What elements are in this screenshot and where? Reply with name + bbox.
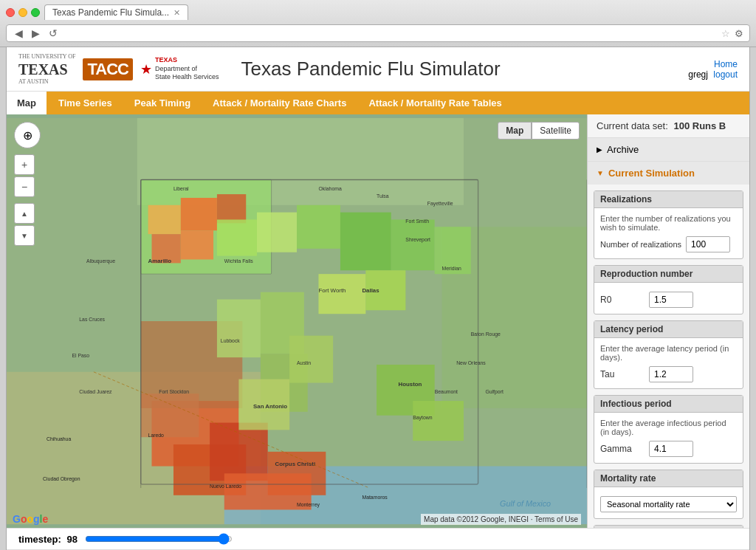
refresh-button[interactable]: ↺ (47, 27, 60, 39)
svg-text:Baton Rouge: Baton Rouge (471, 331, 501, 337)
compass-control[interactable]: ⊕ (14, 122, 41, 148)
settings-icon[interactable]: ⚙ (735, 28, 743, 39)
realizations-field-label: Number of realizations (600, 240, 681, 249)
latency-title: Latency period (594, 321, 743, 338)
current-sim-arrow-icon: ▼ (597, 169, 604, 177)
latency-section: Latency period Enter the average latency… (594, 320, 743, 389)
current-sim-section: ▼ Current Simulation Realizations Enter … (588, 162, 749, 528)
realizations-description: Enter the number of realizations you wis… (600, 214, 737, 232)
svg-text:Fort Smith: Fort Smith (405, 219, 429, 224)
tab-attack-charts[interactable]: Attack / Mortality Rate Charts (202, 92, 357, 114)
infectious-title: Infectious period (594, 396, 743, 413)
latency-body: Enter the average latency period (in day… (594, 338, 743, 388)
infectious-row: Gamma (600, 441, 737, 457)
minimize-button[interactable] (18, 8, 27, 17)
svg-text:Laredo: Laredo (148, 433, 165, 438)
vaccine-title: Vaccine distribution strategy (594, 526, 743, 528)
realizations-row: Number of realizations (600, 236, 737, 252)
realizations-title: Realizations (594, 191, 743, 208)
current-sim-header[interactable]: ▼ Current Simulation (588, 162, 749, 185)
pan-down-button[interactable]: ▼ (14, 225, 35, 246)
close-button[interactable] (6, 8, 15, 17)
reproduction-body: R0 (594, 283, 743, 314)
browser-tab[interactable]: Texas Pandemic Flu Simula... ✕ (44, 4, 188, 20)
timestep-bar: timestep: 98 (7, 528, 749, 549)
current-dataset: Current data set: 100 Runs B (588, 114, 749, 138)
svg-rect-33 (289, 336, 333, 383)
svg-rect-15 (257, 213, 297, 252)
realizations-input[interactable] (686, 236, 730, 252)
maximize-button[interactable] (31, 8, 40, 17)
svg-text:Fort Worth: Fort Worth (318, 287, 346, 294)
tab-map[interactable]: Map (7, 92, 47, 114)
map-svg: Gulf of Mexico (7, 114, 587, 528)
header-links: Home gregj logout (688, 59, 738, 80)
svg-text:Tulsa: Tulsa (377, 193, 389, 199)
svg-rect-35 (413, 401, 464, 441)
username: gregj (688, 69, 708, 80)
tab-time-series[interactable]: Time Series (48, 92, 123, 114)
current-sim-label: Current Simulation (608, 168, 695, 179)
tau-label: Tau (600, 369, 645, 379)
svg-text:El Paso: El Paso (72, 353, 89, 358)
infectious-section: Infectious period Enter the average infe… (594, 395, 743, 464)
r0-input[interactable] (649, 292, 693, 308)
svg-text:Gulfport: Gulfport (485, 389, 503, 395)
svg-text:Matamoros: Matamoros (362, 495, 388, 500)
vaccine-section: Vaccine distribution strategy Pro rata b… (594, 525, 743, 528)
univ-sub: AT AUSTIN (18, 78, 75, 86)
browser-chrome: Texas Pandemic Flu Simula... ✕ ◀ ▶ ↺ ☆ ⚙ (0, 0, 756, 47)
svg-rect-29 (217, 300, 261, 358)
svg-text:Fayetteville: Fayetteville (427, 201, 453, 207)
tacc-logo: TACC (83, 58, 132, 80)
svg-text:Chihuahua: Chihuahua (47, 436, 71, 441)
forward-button[interactable]: ▶ (30, 27, 42, 39)
svg-rect-18 (391, 220, 435, 271)
map-type-map[interactable]: Map (498, 122, 532, 140)
logo-area: THE UNIVERSITY OF TEXAS AT AUSTIN TACC ★… (18, 53, 501, 85)
mortality-body: Seasonal mortality rate Pandemic mortali… (594, 487, 743, 518)
dshs-label: TEXAS Department of State Health Service… (155, 56, 219, 82)
svg-text:Shreveport: Shreveport (405, 237, 430, 243)
svg-text:Beaumont: Beaumont (435, 389, 458, 394)
tab-close-icon[interactable]: ✕ (173, 8, 180, 18)
svg-text:Liberal: Liberal (173, 186, 189, 191)
timestep-slider[interactable] (85, 533, 233, 545)
mortality-select[interactable]: Seasonal mortality rate Pandemic mortali… (600, 496, 737, 512)
zoom-in-button[interactable]: + (14, 154, 35, 175)
sidebar: Current data set: 100 Runs B ▶ Archive ▼… (587, 114, 749, 528)
svg-text:Amarillo: Amarillo (148, 258, 172, 265)
dataset-value: 100 Runs B (673, 120, 726, 131)
svg-text:Monterrey: Monterrey (297, 502, 320, 508)
app-title: Texas Pandemic Flu Simulator (241, 58, 501, 80)
svg-rect-11 (217, 194, 246, 223)
map-attribution: Map data ©2012 Google, INEGI · Terms of … (421, 514, 581, 525)
svg-rect-28 (141, 393, 199, 437)
zoom-out-button[interactable]: − (14, 176, 35, 197)
home-link[interactable]: Home (714, 59, 738, 69)
univ-label: THE UNIVERSITY OF (18, 53, 75, 61)
gamma-label: Gamma (600, 444, 645, 454)
svg-rect-16 (297, 205, 340, 249)
svg-text:Corpus Christi: Corpus Christi (275, 461, 316, 468)
archive-header[interactable]: ▶ Archive (588, 138, 749, 161)
gamma-input[interactable] (649, 441, 693, 457)
pan-up-button[interactable]: ▲ (14, 203, 35, 224)
svg-text:Meridian: Meridian (442, 266, 461, 271)
tab-peak-timing[interactable]: Peak Timing (124, 92, 201, 114)
mortality-title: Mortality rate (594, 470, 743, 487)
svg-rect-14 (217, 220, 257, 256)
bookmark-icon[interactable]: ☆ (721, 28, 730, 39)
svg-text:Baytown: Baytown (413, 415, 432, 421)
svg-text:Dallas: Dallas (362, 287, 379, 294)
app-window: THE UNIVERSITY OF TEXAS AT AUSTIN TACC ★… (6, 47, 750, 550)
tau-input[interactable] (649, 366, 693, 382)
logout-link[interactable]: logout (713, 69, 738, 80)
back-button[interactable]: ◀ (13, 27, 25, 39)
svg-text:Houston: Houston (399, 382, 422, 388)
svg-rect-10 (181, 198, 217, 230)
tab-attack-tables[interactable]: Attack / Mortality Rate Tables (358, 92, 512, 114)
tab-bar: Texas Pandemic Flu Simula... ✕ (44, 4, 188, 20)
map-type-satellite[interactable]: Satellite (532, 122, 580, 140)
svg-text:Austin: Austin (297, 360, 311, 365)
